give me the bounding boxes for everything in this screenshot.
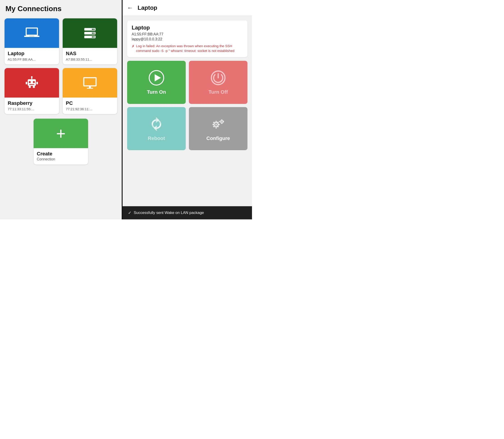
turn-off-button[interactable]: Turn Off bbox=[189, 61, 247, 104]
create-icon-bg: + bbox=[34, 119, 88, 148]
laptop-mac: A1:55:FF:BB:AA... bbox=[8, 57, 56, 61]
svg-point-12 bbox=[92, 36, 93, 38]
svg-rect-26 bbox=[87, 88, 93, 89]
configure-label: Configure bbox=[206, 135, 230, 141]
svg-rect-44 bbox=[219, 121, 220, 122]
raspberry-info: Raspberry 77:11:33:11:55:... bbox=[5, 98, 59, 114]
create-name: Create bbox=[37, 151, 85, 157]
pc-info: PC 77:21:92:36:11:... bbox=[63, 98, 117, 114]
reboot-button[interactable]: Reboot bbox=[127, 107, 186, 150]
svg-point-11 bbox=[93, 36, 95, 38]
snackbar-message: Successfully sent Wake on LAN package bbox=[134, 210, 204, 215]
right-panel: ← Laptop Laptop A1:55:FF:BB:AA:77 lappy@… bbox=[123, 0, 252, 220]
device-mac: A1:55:FF:BB:AA:77 bbox=[132, 32, 243, 36]
svg-point-14 bbox=[29, 81, 31, 83]
turn-on-label: Turn On bbox=[147, 89, 166, 95]
svg-point-9 bbox=[92, 32, 93, 34]
plus-icon: + bbox=[56, 125, 66, 142]
svg-rect-42 bbox=[221, 119, 223, 121]
create-sub: Connection bbox=[37, 157, 85, 161]
svg-rect-34 bbox=[213, 124, 214, 125]
svg-rect-20 bbox=[36, 82, 38, 85]
svg-rect-19 bbox=[26, 82, 27, 85]
snackbar: ✓ Successfully sent Wake on LAN package bbox=[123, 206, 252, 220]
turn-on-button[interactable]: Turn On bbox=[127, 61, 186, 104]
right-header: ← Laptop bbox=[123, 0, 252, 16]
nas-mac: A7:B8:33:55:11... bbox=[66, 57, 114, 61]
pc-icon-bg bbox=[63, 68, 117, 98]
svg-rect-3 bbox=[29, 36, 35, 36]
svg-point-31 bbox=[215, 124, 217, 125]
connection-card-raspberry[interactable]: Raspberry 77:11:33:11:55:... bbox=[5, 68, 59, 114]
right-content: Laptop A1:55:FF:BB:AA:77 lappy@10.0.0.3:… bbox=[123, 16, 252, 220]
svg-rect-25 bbox=[89, 86, 91, 88]
connection-card-nas[interactable]: NAS A7:B8:33:55:11... bbox=[63, 18, 117, 64]
pc-name: PC bbox=[66, 100, 114, 106]
check-icon: ✓ bbox=[128, 210, 131, 215]
svg-rect-43 bbox=[221, 123, 223, 124]
pc-mac: 77:21:92:36:11:... bbox=[66, 107, 114, 111]
robot-icon bbox=[24, 75, 40, 91]
info-card: Laptop A1:55:FF:BB:AA:77 lappy@10.0.0.3:… bbox=[127, 20, 247, 57]
power-icon bbox=[210, 70, 226, 86]
laptop-icon bbox=[24, 25, 40, 41]
left-panel: My Connections Laptop A1:55:FF:BB:AA... bbox=[0, 0, 123, 220]
svg-point-18 bbox=[31, 76, 33, 78]
page-title: My Connections bbox=[5, 5, 117, 13]
svg-rect-22 bbox=[33, 86, 35, 88]
action-grid: Turn On Turn Off bbox=[127, 61, 247, 150]
nas-info: NAS A7:B8:33:55:11... bbox=[63, 48, 117, 64]
error-icon: ✗ bbox=[132, 44, 135, 49]
device-ssh: lappy@10.0.0.3:22 bbox=[132, 37, 243, 41]
svg-point-15 bbox=[33, 81, 35, 83]
nas-icon bbox=[82, 25, 98, 41]
laptop-icon-bg bbox=[5, 18, 59, 48]
svg-rect-21 bbox=[29, 86, 31, 88]
svg-point-5 bbox=[93, 29, 95, 30]
svg-rect-32 bbox=[215, 121, 217, 122]
create-info: Create Connection bbox=[34, 148, 88, 164]
configure-icon bbox=[210, 116, 226, 132]
raspberry-name: Raspberry bbox=[8, 100, 56, 106]
nas-name: NAS bbox=[66, 51, 114, 57]
connection-card-pc[interactable]: PC 77:21:92:36:11:... bbox=[63, 68, 117, 114]
svg-rect-33 bbox=[215, 127, 217, 129]
raspberry-icon-bg bbox=[5, 68, 59, 98]
svg-marker-28 bbox=[155, 74, 161, 81]
raspberry-mac: 77:11:33:11:55:... bbox=[8, 107, 56, 111]
laptop-name: Laptop bbox=[8, 51, 56, 57]
play-icon bbox=[148, 70, 164, 86]
configure-button[interactable]: Configure bbox=[189, 107, 247, 150]
svg-rect-45 bbox=[223, 121, 224, 122]
device-name: Laptop bbox=[132, 24, 243, 31]
reboot-icon bbox=[148, 116, 164, 132]
svg-rect-16 bbox=[29, 84, 35, 85]
back-button[interactable]: ← bbox=[127, 4, 133, 11]
laptop-info: Laptop A1:55:FF:BB:AA... bbox=[5, 48, 59, 64]
create-connection-card[interactable]: + Create Connection bbox=[34, 119, 88, 164]
error-text: Log in failed: An exception was thrown w… bbox=[136, 44, 243, 53]
error-message: ✗ Log in failed: An exception was thrown… bbox=[132, 44, 243, 53]
turn-off-label: Turn Off bbox=[208, 89, 228, 95]
svg-point-8 bbox=[93, 32, 95, 34]
reboot-label: Reboot bbox=[148, 135, 165, 141]
svg-rect-35 bbox=[218, 124, 220, 125]
svg-point-6 bbox=[92, 29, 93, 30]
svg-rect-1 bbox=[27, 29, 37, 35]
svg-point-41 bbox=[221, 121, 223, 122]
connections-grid: Laptop A1:55:FF:BB:AA... bbox=[5, 18, 117, 114]
svg-rect-24 bbox=[84, 78, 96, 85]
connection-card-laptop[interactable]: Laptop A1:55:FF:BB:AA... bbox=[5, 18, 59, 64]
monitor-icon bbox=[82, 75, 98, 91]
create-section: + Create Connection bbox=[5, 119, 117, 164]
nas-icon-bg bbox=[63, 18, 117, 48]
right-title: Laptop bbox=[138, 4, 157, 11]
